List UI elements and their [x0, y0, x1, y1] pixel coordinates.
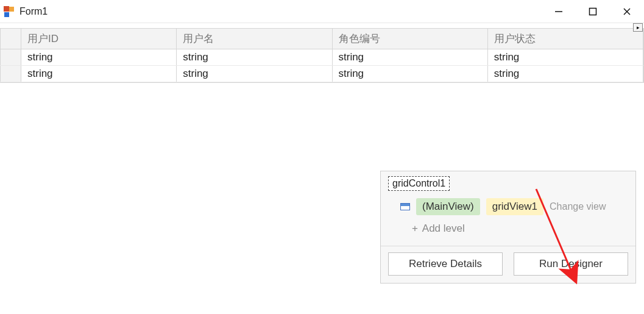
cell[interactable]: string	[332, 66, 487, 82]
view-name-pill[interactable]: gridView1	[486, 198, 543, 215]
cell[interactable]: string	[177, 49, 332, 66]
cell[interactable]: string	[332, 49, 487, 66]
column-header[interactable]: 用户状态	[487, 29, 643, 49]
column-header[interactable]: 用户ID	[21, 29, 177, 49]
minimize-button[interactable]	[542, 0, 576, 23]
run-designer-button[interactable]: Run Designer	[514, 252, 628, 276]
add-level-label: Add level	[422, 223, 465, 234]
table-row[interactable]: string string string string	[1, 66, 643, 82]
column-header[interactable]: 角色编号	[332, 29, 487, 49]
close-button[interactable]	[610, 0, 644, 23]
svg-rect-1	[590, 8, 596, 15]
maximize-button[interactable]	[576, 0, 610, 23]
row-header	[1, 49, 21, 66]
row-header-corner	[1, 29, 21, 49]
retrieve-details-button[interactable]: Retrieve Details	[388, 252, 503, 276]
cell[interactable]: string	[177, 66, 332, 82]
app-icon	[4, 6, 15, 17]
cell[interactable]: string	[21, 66, 177, 82]
cell[interactable]: string	[21, 49, 177, 66]
table-row[interactable]: string string string string	[1, 49, 643, 66]
gridview-icon	[400, 203, 410, 210]
overflow-indicator-icon[interactable]: ▸	[633, 23, 643, 32]
row-header	[1, 66, 21, 82]
change-view-link[interactable]: Change view	[550, 201, 606, 212]
cell[interactable]: string	[487, 66, 643, 82]
window-controls	[542, 0, 644, 23]
titlebar: Form1	[0, 0, 644, 23]
window-title: Form1	[19, 6, 48, 17]
cell[interactable]: string	[487, 49, 643, 66]
column-header[interactable]: 用户名	[177, 29, 332, 49]
grid-designer-panel: gridControl1 (MainView) gridView1 Change…	[380, 171, 636, 284]
main-view-pill[interactable]: (MainView)	[416, 198, 480, 215]
view-tree-row: (MainView) gridView1 Change view	[400, 198, 628, 215]
grid-header-row: 用户ID 用户名 角色编号 用户状态	[1, 29, 643, 49]
data-grid[interactable]: 用户ID 用户名 角色编号 用户状态 string string string …	[0, 28, 644, 83]
plus-icon: +	[410, 223, 420, 235]
control-name-chip[interactable]: gridControl1	[388, 176, 450, 191]
add-level-link[interactable]: + Add level	[410, 223, 628, 235]
